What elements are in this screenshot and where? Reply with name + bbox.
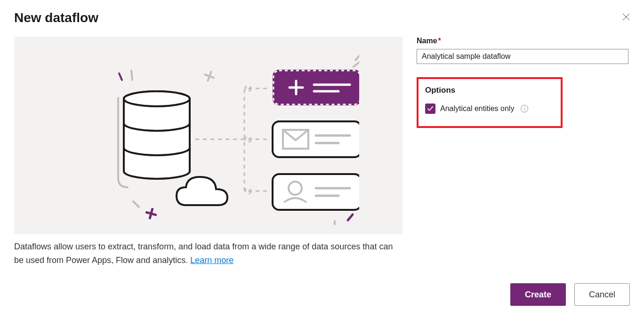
svg-line-6 — [355, 55, 359, 60]
options-highlight-box: Options Analytical entities only i — [417, 77, 563, 128]
create-button[interactable]: Create — [510, 283, 566, 306]
checkmark-icon — [427, 105, 434, 112]
illustration-panel — [14, 37, 402, 234]
name-label-text: Name — [417, 37, 437, 45]
svg-line-3 — [131, 71, 132, 80]
dataflow-illustration — [58, 46, 359, 225]
info-icon[interactable]: i — [521, 105, 528, 112]
analytical-entities-label[interactable]: Analytical entities only — [440, 104, 514, 113]
svg-line-27 — [133, 201, 139, 207]
close-button[interactable] — [620, 10, 633, 24]
svg-point-9 — [124, 91, 190, 106]
name-input[interactable] — [417, 49, 628, 64]
svg-rect-13 — [273, 70, 359, 105]
close-icon — [622, 13, 630, 21]
dialog-title: New dataflow — [14, 10, 98, 25]
options-heading: Options — [425, 86, 554, 95]
svg-rect-19 — [273, 121, 359, 157]
svg-line-2 — [119, 73, 122, 80]
svg-line-30 — [348, 215, 353, 220]
learn-more-link[interactable]: Learn more — [190, 255, 233, 265]
svg-rect-23 — [273, 174, 359, 210]
required-asterisk: * — [438, 37, 441, 45]
name-label: Name* — [417, 37, 628, 45]
analytical-entities-checkbox[interactable] — [425, 104, 435, 114]
cancel-button[interactable]: Cancel — [574, 283, 630, 306]
dialog-description: Dataflows allow users to extract, transf… — [14, 240, 402, 267]
svg-line-29 — [150, 209, 152, 218]
svg-line-7 — [354, 62, 359, 67]
